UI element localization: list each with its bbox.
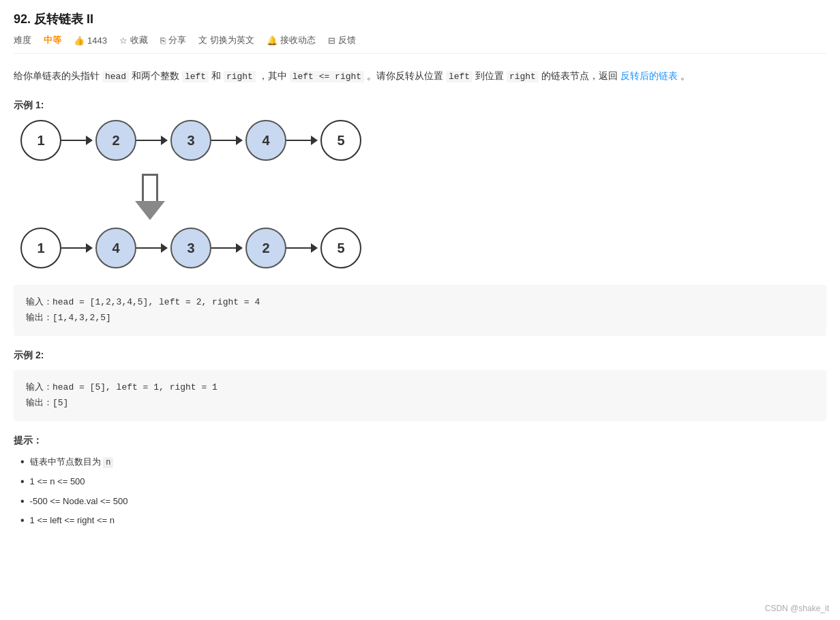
node-3-before: 3	[170, 120, 211, 161]
hints-title: 提示：	[14, 435, 826, 447]
share-button[interactable]: ⎘ 分享	[160, 34, 186, 46]
code-left: left	[182, 71, 209, 82]
example2-code: 输入：head = [5], left = 1, right = 1 输出：[5…	[14, 370, 826, 421]
node-2-after: 2	[245, 228, 286, 268]
code-head: head	[102, 71, 129, 82]
diagram: 1 2 3 4 5 1 4 3 2 5	[14, 120, 826, 274]
hint-item-4: 1 <= left <= right <= n	[20, 514, 826, 528]
code-condition: left <= right	[290, 71, 364, 82]
node-4-after: 4	[95, 228, 136, 268]
node-1-after: 1	[20, 228, 61, 268]
thumb-up-icon: 👍	[74, 35, 85, 46]
code-right2: right	[507, 71, 539, 82]
hint-item-3: -500 <= Node.val <= 500	[20, 495, 826, 509]
share-icon: ⎘	[160, 35, 166, 46]
likes-count: 1443	[87, 35, 107, 46]
switch-lang-label: 切换为英文	[210, 34, 254, 46]
notification-label: 接收动态	[280, 34, 316, 46]
down-arrow-container	[123, 173, 177, 221]
node-3-after: 3	[170, 228, 211, 268]
notification-button[interactable]: 🔔 接收动态	[267, 34, 316, 46]
arrow-4	[286, 136, 320, 145]
difficulty-badge: 中等	[44, 34, 61, 46]
collect-button[interactable]: ☆ 收藏	[119, 34, 148, 46]
node-2-before: 2	[95, 120, 136, 161]
hints-section: 提示： 链表中节点数目为 n 1 <= n <= 500 -500 <= Nod…	[14, 435, 826, 529]
hint-item-1: 链表中节点数目为 n	[20, 455, 826, 469]
hint-text-4: 1 <= left <= right <= n	[30, 514, 115, 528]
arrow-a1	[61, 243, 95, 253]
return-link[interactable]: 反转后的链表	[620, 70, 678, 81]
feedback-icon: ⊟	[328, 35, 335, 46]
hint-text-2: 1 <= n <= 500	[30, 475, 85, 489]
translate-icon: 文	[198, 34, 207, 46]
bell-icon: 🔔	[267, 35, 278, 46]
node-1-before: 1	[20, 120, 61, 161]
page-title: 92. 反转链表 II	[14, 11, 826, 27]
example2-input: 输入：head = [5], left = 1, right = 1	[26, 379, 814, 395]
code-left2: left	[446, 71, 472, 82]
feedback-label: 反馈	[338, 34, 356, 46]
node-4-before: 4	[245, 120, 286, 161]
arrow-a2	[136, 243, 170, 253]
collect-label: 收藏	[130, 34, 148, 46]
example1-section: 示例 1: 1 2 3 4 5 1 4 3	[14, 99, 826, 336]
likes-item[interactable]: 👍 1443	[74, 35, 107, 46]
switch-lang-button[interactable]: 文 切换为英文	[198, 34, 254, 46]
toolbar: 难度 中等 👍 1443 ☆ 收藏 ⎘ 分享 文 切换为英文 🔔 接收动态 ⊟ …	[14, 34, 826, 54]
share-label: 分享	[168, 34, 186, 46]
feedback-button[interactable]: ⊟ 反馈	[328, 34, 356, 46]
example2-section: 示例 2: 输入：head = [5], left = 1, right = 1…	[14, 350, 826, 421]
node-5-after: 5	[320, 228, 361, 268]
hint-item-2: 1 <= n <= 500	[20, 475, 826, 489]
hints-list: 链表中节点数目为 n 1 <= n <= 500 -500 <= Node.va…	[14, 455, 826, 529]
after-list: 1 4 3 2 5	[20, 228, 361, 268]
star-icon: ☆	[119, 35, 127, 46]
example1-input: 输入：head = [1,2,3,4,5], left = 2, right =…	[26, 294, 814, 310]
example1-title: 示例 1:	[14, 99, 826, 112]
arrow-shaft	[142, 174, 158, 201]
example2-output: 输出：[5]	[26, 395, 814, 411]
arrow-1	[61, 136, 95, 145]
before-list: 1 2 3 4 5	[20, 120, 361, 161]
arrow-a3	[211, 243, 245, 253]
arrow-2	[136, 136, 170, 145]
example1-code: 输入：head = [1,2,3,4,5], left = 2, right =…	[14, 285, 826, 336]
arrow-head	[135, 201, 165, 220]
down-arrow	[135, 174, 165, 220]
example2-title: 示例 2:	[14, 350, 826, 362]
hint-text-1: 链表中节点数目为 n	[30, 455, 114, 469]
difficulty-label: 难度	[14, 34, 31, 46]
arrow-a4	[286, 243, 320, 253]
arrow-3	[211, 136, 245, 145]
description: 给你单链表的头指针 head 和两个整数 left 和 right ，其中 le…	[14, 66, 826, 86]
example1-output: 输出：[1,4,3,2,5]	[26, 310, 814, 326]
node-5-before: 5	[320, 120, 361, 161]
hint-text-3: -500 <= Node.val <= 500	[30, 495, 128, 509]
code-right: right	[224, 71, 256, 82]
